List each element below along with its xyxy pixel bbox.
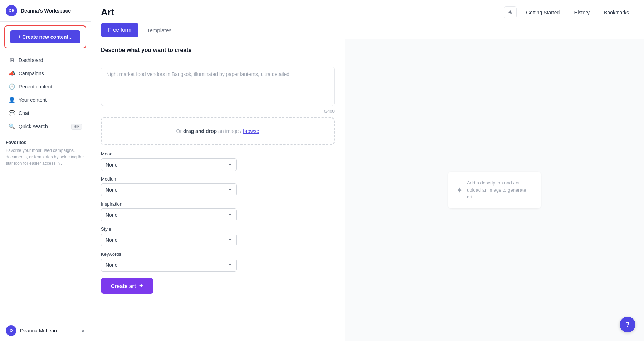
sidebar-item-label: Campaigns [19,71,44,76]
upload-hint-text: Or drag and drop an image / browse [176,128,259,134]
sidebar-item-label: Chat [19,110,29,116]
sidebar-header: DE Deanna's Workspace [0,0,91,22]
footer-avatar: D [6,325,16,336]
favorites-title: Favorites [6,140,85,145]
sidebar-item-chat[interactable]: 💬 Chat [3,107,88,120]
topbar-actions: ☀ Getting Started History Bookmarks [504,6,634,18]
style-label: Style [101,226,335,232]
search-icon: 🔍 [9,123,15,130]
main-content: Art ☀ Getting Started History Bookmarks … [91,0,644,341]
tab-templates[interactable]: Templates [140,22,179,39]
bookmarks-button[interactable]: Bookmarks [599,7,634,18]
form-section-title: Describe what you want to create [101,47,335,53]
inspiration-select[interactable]: None [101,208,237,221]
favorites-section: Favorites Favorite your most used campai… [0,135,91,169]
sun-icon: ☀ [508,9,513,16]
keywords-field: Keywords None [101,251,335,272]
footer-user[interactable]: D Deanna McLean [6,325,57,336]
sidebar-item-label: Your content [19,97,47,103]
preview-panel: ✦ Add a description and / or upload an i… [345,39,644,341]
browse-link[interactable]: browse [243,128,259,134]
medium-select[interactable]: None [101,183,237,196]
mood-label: Mood [101,151,335,157]
upload-area[interactable]: Or drag and drop an image / browse [101,117,335,145]
preview-hint-text: Add a description and / or upload an ima… [467,179,532,201]
chevron-up-icon: ∧ [81,328,85,333]
create-btn-wrapper: + Create new content... [4,25,86,48]
chat-icon: 💬 [9,110,15,116]
help-button[interactable]: ? [620,317,635,332]
style-field: Style None [101,226,335,246]
medium-field: Medium None [101,176,335,196]
sparkle-icon: ✦ [139,283,143,289]
sidebar-item-your-content[interactable]: 👤 Your content [3,93,88,106]
history-button[interactable]: History [569,7,595,18]
tab-free-form[interactable]: Free form [101,23,138,37]
megaphone-icon: 📣 [9,70,15,77]
sidebar-nav: ⊞ Dashboard 📣 Campaigns 🕐 Recent content… [0,52,91,135]
getting-started-button[interactable]: Getting Started [521,7,565,18]
sidebar-item-label: Dashboard [19,57,43,63]
preview-sparkle-icon: ✦ [457,186,463,194]
sidebar-item-quick-search[interactable]: 🔍 Quick search ⌘K [3,120,88,133]
light-mode-button[interactable]: ☀ [504,6,517,18]
keyboard-shortcut-badge: ⌘K [71,124,82,130]
footer-user-name: Deanna McLean [20,328,57,333]
topbar: Art ☀ Getting Started History Bookmarks [91,0,644,22]
inspiration-field: Inspiration None [101,201,335,221]
create-art-button[interactable]: Create art ✦ [101,278,153,294]
mood-field: Mood None [101,151,335,171]
preview-hint-card: ✦ Add a description and / or upload an i… [448,172,541,208]
style-select[interactable]: None [101,234,237,246]
content-area: Describe what you want to create 0/400 O… [91,39,644,341]
grid-icon: ⊞ [9,57,15,63]
form-panel: Describe what you want to create 0/400 O… [91,39,345,341]
sidebar: DE Deanna's Workspace + Create new conte… [0,0,91,341]
sidebar-item-campaigns[interactable]: 📣 Campaigns [3,67,88,80]
sidebar-item-dashboard[interactable]: ⊞ Dashboard [3,54,88,67]
mood-select[interactable]: None [101,158,237,171]
keywords-select[interactable]: None [101,259,237,272]
tabs-row: Free form Templates [91,22,644,39]
prompt-textarea[interactable] [101,67,335,106]
workspace-avatar: DE [6,5,17,16]
user-content-icon: 👤 [9,97,15,103]
sidebar-item-label: Recent content [19,84,52,90]
workspace-name: Deanna's Workspace [21,8,71,14]
inspiration-label: Inspiration [101,201,335,207]
clock-icon: 🕐 [9,83,15,90]
create-new-content-button[interactable]: + Create new content... [10,30,80,43]
favorites-hint: Favorite your most used campaigns, docum… [6,147,85,167]
form-body: 0/400 Or drag and drop an image / browse… [91,59,345,307]
page-title: Art [101,7,114,18]
keywords-label: Keywords [101,251,335,257]
sidebar-item-recent-content[interactable]: 🕐 Recent content [3,80,88,93]
sidebar-item-label: Quick search [19,124,48,129]
medium-label: Medium [101,176,335,182]
create-art-label: Create art [111,283,136,289]
char-count: 0/400 [101,109,335,114]
sidebar-footer: D Deanna McLean ∧ [0,320,91,341]
form-section-header: Describe what you want to create [91,39,345,59]
